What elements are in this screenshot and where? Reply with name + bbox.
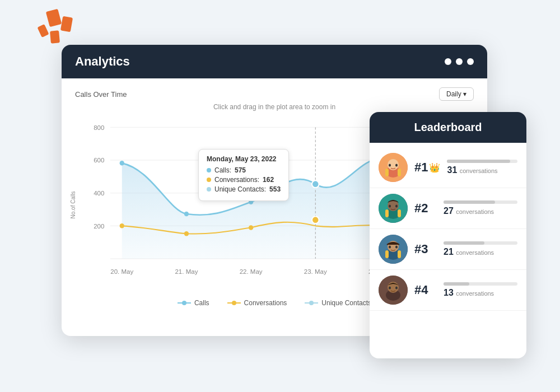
tooltip-contacts-value: 553: [269, 185, 281, 193]
svg-text:22. May: 22. May: [240, 268, 263, 275]
lb-rank-2: #2: [414, 201, 437, 216]
legend-contacts-label: Unique Contacts: [321, 299, 371, 307]
svg-text:23. May: 23. May: [304, 268, 327, 275]
leaderboard-row-3: #3 21 conversations: [370, 229, 526, 270]
lb-rank-3: #3: [414, 242, 437, 256]
tooltip-conv-label: Conversations:: [214, 176, 259, 184]
lb-bar-fill-1: [447, 160, 510, 163]
lb-bar-bg-4: [444, 282, 517, 286]
svg-point-20: [184, 212, 189, 217]
lb-conv-label-3: conversations: [456, 249, 494, 256]
tooltip-title: Monday, May 23, 2022: [207, 155, 281, 163]
tooltip-calls-label: Calls:: [214, 166, 231, 174]
svg-text:400: 400: [94, 189, 104, 197]
window-dots: [445, 58, 474, 65]
svg-point-58: [389, 287, 391, 290]
lb-info-4: 13 conversations: [444, 282, 517, 298]
svg-point-54: [395, 246, 398, 249]
lb-info-3: 21 conversations: [444, 241, 517, 257]
legend-conv-label: Conversations: [244, 299, 287, 307]
svg-rect-51: [385, 250, 389, 258]
svg-rect-44: [385, 209, 389, 217]
window-dot-1: [445, 58, 451, 65]
leaderboard-header: Leaderboard: [370, 112, 526, 143]
svg-point-25: [120, 223, 124, 228]
leaderboard-body: #1 👑 31 conversations: [370, 143, 526, 315]
svg-text:800: 800: [94, 123, 104, 130]
legend-contacts-line: [305, 302, 318, 304]
lb-bar-fill-4: [444, 282, 469, 286]
avatar-1: [379, 153, 408, 182]
window-header: Analytics: [62, 45, 487, 78]
tooltip-contacts-label: Unique Contacts:: [214, 185, 266, 193]
tooltip-contacts-dot: [207, 187, 211, 192]
svg-rect-3: [37, 24, 49, 38]
legend-conv-line: [227, 302, 241, 304]
chart-label: Calls Over Time: [75, 90, 127, 99]
svg-point-26: [184, 231, 189, 236]
svg-point-47: [395, 205, 398, 208]
tooltip-calls-dot: [207, 168, 211, 172]
leaderboard-row-1: #1 👑 31 conversations: [370, 147, 526, 188]
lb-info-1: 31 conversations: [447, 160, 517, 175]
leaderboard-row-2: #2 27 conversations: [370, 188, 526, 229]
window-dot-2: [456, 58, 463, 65]
crown-icon: 👑: [429, 162, 440, 173]
lb-bar-bg-2: [444, 200, 517, 204]
svg-rect-38: [398, 169, 401, 176]
tooltip-conv-row: Conversations: 162: [207, 176, 281, 184]
leaderboard-row-4: #4 13 conversations: [370, 270, 526, 311]
lb-conv-label-2: conversations: [456, 208, 494, 215]
svg-text:600: 600: [94, 156, 104, 164]
window-dot-3: [467, 58, 474, 65]
svg-point-27: [249, 225, 253, 230]
avatar-4: [379, 276, 408, 305]
leaderboard-panel: Leaderboard #1 👑: [370, 112, 526, 358]
tooltip-box: Monday, May 23, 2022 Calls: 575 Conversa…: [198, 149, 289, 201]
lb-rank-1: #1 👑: [414, 160, 440, 175]
tooltip-conv-value: 162: [263, 176, 274, 184]
svg-point-59: [395, 287, 398, 290]
svg-point-53: [389, 246, 391, 249]
svg-rect-37: [385, 169, 389, 176]
tooltip-calls-value: 575: [235, 166, 246, 174]
lb-bar-fill-2: [444, 200, 495, 204]
svg-rect-1: [60, 16, 73, 32]
svg-point-40: [395, 164, 398, 167]
lb-conv-label-4: conversations: [456, 290, 494, 297]
window-title: Analytics: [75, 54, 130, 69]
svg-point-19: [120, 161, 124, 166]
legend-calls: Calls: [178, 299, 209, 307]
tooltip-conv-dot: [207, 178, 211, 182]
svg-rect-2: [50, 30, 60, 43]
svg-text:21. May: 21. May: [175, 268, 198, 275]
svg-rect-45: [398, 209, 401, 217]
lb-conv-label-1: conversations: [460, 167, 498, 174]
svg-rect-52: [398, 250, 401, 258]
chart-hint: Click and drag in the plot area to zoom …: [75, 103, 474, 111]
y-axis-label: No.of Calls: [70, 192, 76, 219]
lb-bar-bg-3: [444, 241, 517, 245]
svg-point-33: [312, 216, 319, 223]
avatar-2: [379, 194, 408, 223]
legend-conversations: Conversations: [227, 299, 287, 307]
tooltip-contacts-row: Unique Contacts: 553: [207, 185, 281, 193]
daily-button[interactable]: Daily ▾: [439, 87, 474, 101]
legend-calls-line: [178, 302, 191, 304]
svg-text:20. May: 20. May: [110, 268, 133, 275]
chart-top-bar: Calls Over Time Daily ▾: [75, 87, 474, 101]
legend-calls-label: Calls: [194, 299, 209, 307]
avatar-3: [379, 235, 408, 264]
svg-point-46: [389, 205, 391, 208]
lb-rank-4: #4: [414, 283, 437, 297]
lb-bar-bg-1: [447, 160, 517, 163]
svg-rect-0: [46, 9, 62, 27]
svg-text:200: 200: [94, 222, 104, 229]
tooltip-calls-row: Calls: 575: [207, 166, 281, 174]
svg-point-39: [389, 164, 391, 167]
lb-info-2: 27 conversations: [444, 200, 517, 216]
svg-point-32: [312, 180, 319, 188]
lb-bar-fill-3: [444, 241, 484, 245]
legend-unique-contacts: Unique Contacts: [305, 299, 371, 307]
